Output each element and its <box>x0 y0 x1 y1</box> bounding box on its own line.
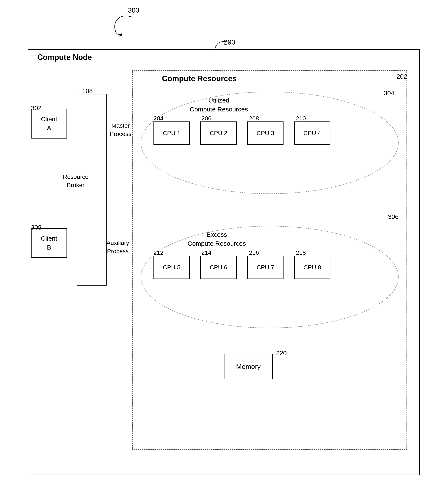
svg-marker-0 <box>119 33 123 37</box>
cpu7-box: CPU 7 <box>247 256 283 279</box>
ref-200: 200 <box>224 38 235 46</box>
ref-108: 108 <box>82 87 93 95</box>
ref-302: 302 <box>31 104 42 112</box>
resource-broker-box <box>77 94 107 286</box>
cpu1-box: CPU 1 <box>154 121 190 145</box>
ref-304: 304 <box>384 90 394 97</box>
ref-202: 202 <box>397 73 407 80</box>
client-b-box: Client B <box>31 228 67 258</box>
utilized-label: Utilized Compute Resources <box>190 96 248 114</box>
ref-210: 210 <box>296 115 306 122</box>
ref-214: 214 <box>201 249 211 256</box>
ref-220: 220 <box>276 350 287 357</box>
client-a-box: Client A <box>31 109 67 138</box>
auxiliary-process-label: Auxiliary Process <box>107 239 129 255</box>
cpu4-box: CPU 4 <box>294 121 330 145</box>
master-process-label: Master Process <box>110 121 131 138</box>
ref-204: 204 <box>154 115 163 122</box>
ref-208: 208 <box>249 115 259 122</box>
cpu8-box: CPU 8 <box>294 256 330 279</box>
ref-212: 212 <box>154 249 163 256</box>
ref-306: 306 <box>388 213 399 220</box>
ref-218: 218 <box>296 249 306 256</box>
diagram-container: 300 200 Compute Node Compute Resources 2… <box>0 0 434 504</box>
compute-node-label: Compute Node <box>37 53 92 62</box>
ref-216: 216 <box>249 249 259 256</box>
ref-308: 308 <box>31 224 42 231</box>
memory-box: Memory <box>224 354 273 379</box>
ref-206: 206 <box>201 115 211 122</box>
cpu5-box: CPU 5 <box>154 256 190 279</box>
ref-300: 300 <box>128 6 139 14</box>
compute-resources-label: Compute Resources <box>162 74 237 83</box>
excess-label: Excess Compute Resources <box>188 230 246 248</box>
resource-broker-label: Resource Broker <box>62 173 90 189</box>
cpu6-box: CPU 6 <box>200 256 237 279</box>
cpu3-box: CPU 3 <box>247 121 283 145</box>
cpu2-box: CPU 2 <box>200 121 237 145</box>
